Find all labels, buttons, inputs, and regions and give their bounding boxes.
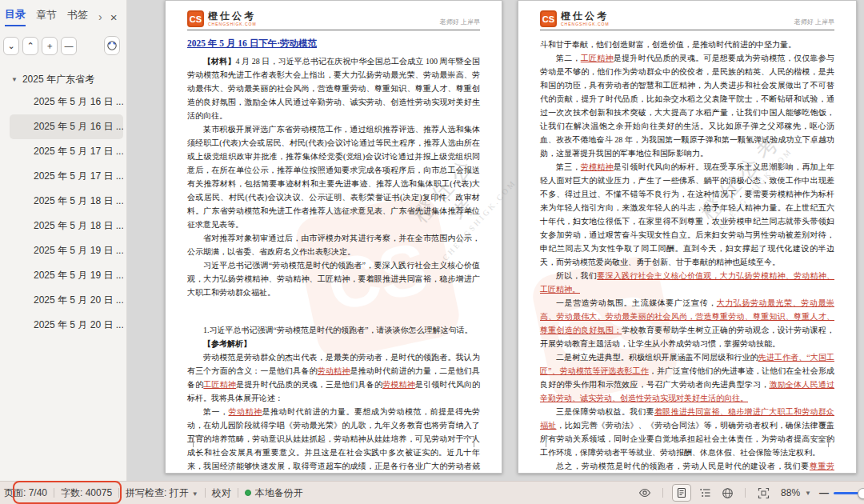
page-margin-mark bbox=[546, 436, 557, 447]
zoom-level-indicator[interactable]: 88% bbox=[781, 487, 800, 498]
outline-view-icon bbox=[699, 487, 711, 498]
divider bbox=[118, 488, 119, 498]
paragraph: 省对推荐对象初审通过后，由市评模办对其进行考察，并在全市范围内公示，公示期满，以… bbox=[187, 231, 480, 258]
eye-button[interactable] bbox=[636, 485, 654, 501]
paragraph: 斗和甘于奉献，他们创造财富，创造价值，是推动时代前进的中坚力量。 bbox=[540, 38, 834, 51]
fullscreen-icon bbox=[758, 487, 770, 499]
brand-name: 橙仕公考 bbox=[561, 11, 610, 21]
toc-item[interactable]: 2025 年 5 月 16 日 ... bbox=[10, 114, 123, 139]
collapse-down-button[interactable]: ⌄ bbox=[3, 37, 19, 55]
toc-item[interactable]: 2025 年 5 月 19 日 ... bbox=[10, 238, 123, 263]
tab-bookmarks[interactable]: 书签 bbox=[67, 8, 88, 26]
brand-logo-icon: CS bbox=[187, 10, 204, 27]
sidebar-tab-bar: 目录 章节 书签 › × bbox=[0, 0, 126, 30]
tab-toc[interactable]: 目录 bbox=[5, 7, 26, 26]
chevron-down-icon[interactable]: ▼ bbox=[805, 490, 811, 497]
paragraph: 【材料】4 月 28 日，习近平总书记在庆祝中华全国总工会成立 100 周年暨全… bbox=[187, 54, 480, 122]
collapse-up-button[interactable]: ⌃ bbox=[22, 37, 38, 55]
tab-chapters[interactable]: 章节 bbox=[36, 8, 57, 26]
page-margin-mark bbox=[193, 436, 204, 447]
header-slogan: 老师好 上岸早 bbox=[794, 18, 834, 27]
paragraph: 三是保障劳动权益。我们要着眼推进共同富裕、稳步增进广大职工和劳动群众福祉，比如完… bbox=[540, 405, 834, 459]
green-dot-icon bbox=[245, 490, 251, 496]
brand: CS 橙仕公考 CHENGSHIGK.COM bbox=[187, 10, 257, 27]
outline-view-button[interactable] bbox=[696, 485, 714, 501]
main-area: 目录 章节 书签 › × ⌄ ⌃ ＋ — bbox=[0, 0, 864, 481]
brand-url: CHENGSHIGK.COM bbox=[561, 22, 610, 26]
toc-parent-node[interactable]: ▼ 2025 年广东省考 bbox=[10, 70, 123, 90]
brand-url: CHENGSHIGK.COM bbox=[208, 22, 257, 26]
toc-item[interactable]: 2025 年 5 月 17 日 ... bbox=[10, 139, 123, 164]
toc-item[interactable]: 2025 年 5 月 20 日 ... bbox=[10, 288, 123, 313]
page-margin-mark bbox=[463, 436, 474, 447]
paragraph: 第一，劳动精神是推动时代前进的力量。要想成为劳动模范，前提是得先劳动，在幼儿园阶… bbox=[187, 405, 480, 473]
document-title: 2025 年 5 月 16 日下午·劳动模范 bbox=[187, 38, 480, 50]
word-count-indicator[interactable]: 字数: 40075 bbox=[61, 486, 112, 500]
brand-name: 橙仕公考 bbox=[208, 11, 257, 21]
divider bbox=[54, 488, 54, 498]
eye-icon bbox=[638, 486, 651, 499]
toc-tree: ▼ 2025 年广东省考 2025 年 5 月 16 日 ...2025 年 5… bbox=[0, 60, 126, 338]
status-bar: 页面: 7/40 字数: 40075 拼写检查: 打开▼ 校对 本地备份开 bbox=[0, 481, 864, 504]
toc-item[interactable]: 2025 年 5 月 16 日 ... bbox=[10, 90, 123, 114]
globe-icon bbox=[722, 487, 734, 499]
divider bbox=[745, 488, 746, 498]
document-page-right: CS 橙仕公考 CHENGSHIGK.COM CS 橙仕公考 CHENGSHIG… bbox=[518, 0, 857, 474]
paragraph: 二是树立先进典型。积极组织开展涵盖不同层级和行业的先进工作者、“大国工匠”、劳动… bbox=[540, 350, 834, 405]
paragraph: 【参考解析】 bbox=[187, 337, 480, 350]
paragraph: 劳动模范是劳动群众的杰出代表，是最美的劳动者，是时代的领跑者。我认为有三个方面的… bbox=[187, 350, 480, 405]
paragraph: 第二，工匠精神是提升时代品质的灵魂。可是想要成为劳动模范，仅仅靠参与劳动是不够的… bbox=[540, 51, 834, 160]
paragraph: 1.习近平总书记强调“劳动模范是时代的领跑者”，请谈谈你怎么理解这句话。 bbox=[187, 323, 480, 337]
divider bbox=[205, 488, 206, 498]
page-margin-mark bbox=[818, 436, 829, 447]
toc-list: 2025 年 5 月 16 日 ...2025 年 5 月 16 日 ...20… bbox=[10, 90, 123, 338]
brand: CS 橙仕公考 CHENGSHIGK.COM bbox=[540, 10, 610, 27]
zoom-slider-knob[interactable] bbox=[858, 488, 864, 499]
zoom-out-button[interactable]: — bbox=[819, 487, 829, 498]
proofread-button[interactable]: 校对 bbox=[212, 486, 231, 500]
triangle-down-icon: ▼ bbox=[11, 76, 18, 83]
local-backup-indicator[interactable]: 本地备份开 bbox=[245, 486, 303, 500]
chevron-right-icon[interactable]: › bbox=[98, 10, 102, 23]
app-window: 目录 章节 书签 › × ⌄ ⌃ ＋ — bbox=[0, 0, 864, 504]
toc-item[interactable]: 2025 年 5 月 20 日 ... bbox=[10, 313, 123, 338]
toc-item[interactable]: 2025 年 5 月 18 日 ... bbox=[10, 189, 123, 214]
brand-logo-icon: CS bbox=[540, 10, 557, 27]
paragraph: 第三，劳模精神是引领时代风向的标杆。现在受享乐主义思潮影响，再加上年轻人面对巨大… bbox=[540, 160, 834, 269]
page-body: 斗和甘于奉献，他们创造财富，创造价值，是推动时代前进的中坚力量。第二，工匠精神是… bbox=[540, 38, 834, 473]
paragraph: 所以，我们要深入践行社会主义核心价值观，大力弘扬劳模精神、劳动精神、工匠精神。 bbox=[540, 269, 834, 296]
page-count-indicator[interactable]: 页面: 7/40 bbox=[4, 486, 47, 500]
paragraph-spacer bbox=[187, 299, 480, 323]
toc-item[interactable]: 2025 年 5 月 18 日 ... bbox=[10, 214, 123, 238]
page-body: 【材料】4 月 28 日，习近平总书记在庆祝中华全国总工会成立 100 周年暨全… bbox=[187, 54, 480, 473]
sidebar: 目录 章节 书签 › × ⌄ ⌃ ＋ — bbox=[0, 0, 127, 481]
header-slogan: 老师好 上岸早 bbox=[440, 18, 480, 27]
toc-parent-label: 2025 年广东省考 bbox=[22, 73, 94, 86]
page-view-icon bbox=[676, 487, 687, 498]
chevron-down-icon: ▼ bbox=[192, 490, 198, 498]
divider bbox=[662, 488, 663, 498]
paragraph: 总之，劳动模范是时代的领跑者，劳动人民是时代的建设者，我们要尊重劳动、尊重知识、… bbox=[540, 459, 834, 473]
fullscreen-button[interactable] bbox=[754, 485, 772, 501]
page-view-button[interactable] bbox=[672, 484, 691, 502]
paragraph: 某市积极开展评选广东省劳动模范工作，通过组织推荐评选、推荐人选和集体须经职工(代… bbox=[187, 122, 480, 231]
close-icon[interactable]: × bbox=[110, 10, 118, 24]
zoom-slider[interactable] bbox=[834, 492, 864, 494]
spell-check-toggle[interactable]: 拼写检查: 打开▼ bbox=[126, 486, 198, 500]
expand-all-button[interactable]: ＋ bbox=[42, 37, 58, 55]
status-bar-right: 88% ▼ — bbox=[634, 484, 864, 502]
divider bbox=[238, 488, 238, 498]
sidebar-toolbar: ⌄ ⌃ ＋ — bbox=[0, 30, 126, 60]
page-header: CS 橙仕公考 CHENGSHIGK.COM 老师好 上岸早 bbox=[540, 10, 834, 30]
web-view-button[interactable] bbox=[718, 485, 736, 501]
document-area[interactable]: CS 橙仕公考 CHENGSHIGK.COM CS 橙仕公考 CHENGSHIG… bbox=[127, 0, 864, 481]
toc-item[interactable]: 2025 年 5 月 19 日 ... bbox=[10, 263, 123, 288]
paragraph: 一是营造劳动氛围。主流媒体要广泛宣传，大力弘扬劳动最光荣、劳动最崇高、劳动最伟大… bbox=[540, 296, 834, 350]
toc-item[interactable]: 2025 年 5 月 17 日 ... bbox=[10, 164, 123, 189]
page-header: CS 橙仕公考 CHENGSHIGK.COM 老师好 上岸早 bbox=[187, 10, 480, 30]
collapse-all-button[interactable]: — bbox=[61, 37, 77, 55]
locate-button[interactable] bbox=[104, 36, 120, 55]
locate-icon bbox=[106, 40, 118, 51]
paragraph: 习近平总书记强调“劳动模范是时代的领跑者”，要深入践行社会主义核心价值观，大力弘… bbox=[187, 258, 480, 299]
document-page-left: CS 橙仕公考 CHENGSHIGK.COM CS 橙仕公考 CHENGSHIG… bbox=[165, 0, 502, 474]
